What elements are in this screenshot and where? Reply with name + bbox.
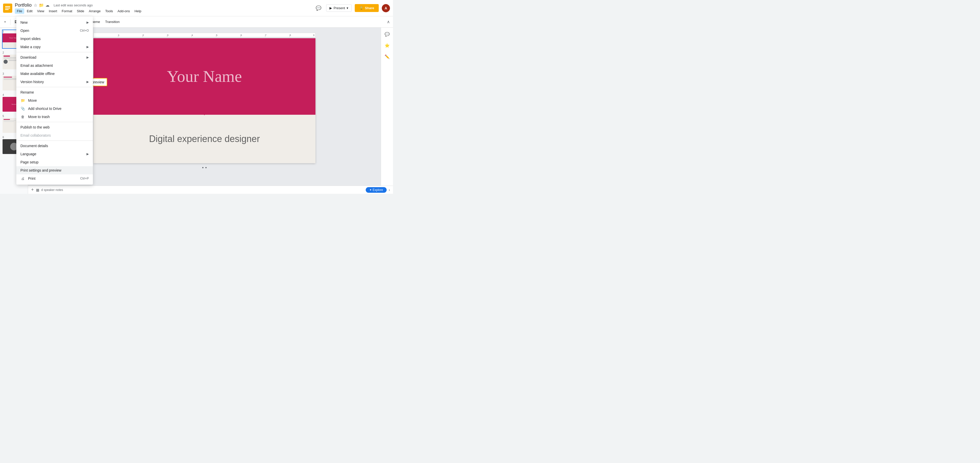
file-menu-download[interactable]: Download ▶ [16, 53, 93, 62]
slide-top-section: Your Name [94, 38, 315, 115]
cloud-icon[interactable]: ☁ [45, 3, 49, 8]
file-menu-email-attachment[interactable]: Email as attachment [16, 62, 93, 70]
file-menu-new-arrow: ▶ [86, 21, 89, 24]
file-menu-move[interactable]: 📁 Move [16, 97, 93, 105]
present-button[interactable]: ▶ Present ▾ [326, 4, 352, 12]
share-button[interactable]: 🔒 Share [355, 4, 379, 12]
folder-icon[interactable]: 📁 [39, 3, 44, 8]
menu-view[interactable]: View [35, 8, 46, 14]
right-panel: 💬 ⭐ ✏️ [381, 27, 393, 194]
svg-text:6: 6 [241, 34, 242, 36]
last-edit-status: Last edit was seconds ago [54, 3, 93, 7]
file-menu-dropdown: New ▶ Open Ctrl+O Import slides Make a c… [16, 16, 93, 185]
doc-title[interactable]: Portfolio [15, 3, 32, 8]
menu-format[interactable]: Format [60, 8, 74, 14]
doc-title-row: Portfolio ☆ 📁 ☁ Last edit was seconds ag… [15, 3, 314, 8]
ruler: 1 2 3 4 5 6 7 8 9 [94, 33, 315, 37]
svg-text:8: 8 [290, 34, 291, 36]
svg-rect-3 [5, 9, 9, 10]
file-menu-trash-label: Move to trash [28, 115, 50, 119]
file-menu-language[interactable]: Language ▶ [16, 150, 93, 158]
star-right-panel-button[interactable]: ⭐ [383, 41, 392, 50]
file-menu-version-history[interactable]: Version history ▶ [16, 78, 93, 86]
file-menu-download-label: Download [21, 55, 36, 59]
file-menu-print-settings[interactable]: Print settings and preview [16, 166, 93, 174]
file-menu-download-arrow: ▶ [86, 55, 89, 59]
file-menu-page-setup[interactable]: Page setup [16, 158, 93, 166]
file-menu-rename-label: Rename [21, 90, 34, 94]
prev-dot-icon[interactable]: • [202, 165, 204, 171]
slide-bottom-section: Digital experience designer [94, 115, 315, 163]
file-menu-import-slides[interactable]: Import slides [16, 35, 93, 43]
transition-label: Transition [105, 20, 120, 24]
toolbar-expand-button[interactable]: ∧ [386, 18, 391, 25]
file-menu-section-2: Download ▶ Email as attachment Make avai… [16, 52, 93, 87]
menu-arrange[interactable]: Arrange [87, 8, 103, 14]
menu-insert[interactable]: Insert [47, 8, 59, 14]
file-menu-doc-details[interactable]: Document details [16, 142, 93, 150]
trash-icon: 🗑 [21, 115, 25, 119]
file-menu-offline[interactable]: Make available offline [16, 70, 93, 78]
file-menu-open-label: Open [21, 29, 29, 33]
menu-file[interactable]: File [15, 8, 24, 14]
file-menu-email-label: Email as attachment [21, 63, 53, 68]
svg-text:1: 1 [118, 34, 119, 36]
menu-help[interactable]: Help [132, 8, 143, 14]
shortcut-icon: 📎 [21, 106, 25, 111]
present-icon: ▶ [329, 6, 332, 10]
file-menu-publish[interactable]: Publish to the web [16, 123, 93, 131]
next-dot-icon[interactable]: • [205, 165, 207, 171]
file-menu-print-shortcut: Ctrl+P [80, 177, 89, 180]
slide-arrow-decoration [197, 108, 212, 115]
file-menu-version-label: Version history [21, 80, 44, 84]
menu-addons[interactable]: Add-ons [116, 8, 132, 14]
app-icon [3, 3, 12, 13]
menu-bar: File Edit View Insert Format Slide Arran… [15, 8, 314, 14]
speaker-notes-text: d speaker notes [41, 188, 63, 192]
file-menu-add-shortcut[interactable]: 📎 Add shortcut to Drive [16, 105, 93, 113]
add-slide-bottom-button[interactable]: + [31, 187, 34, 192]
file-menu-make-copy[interactable]: Make a copy ▶ [16, 43, 93, 51]
file-menu-section-5: Document details Language ▶ Page setup P… [16, 141, 93, 184]
present-arrow-icon: ▾ [347, 6, 348, 10]
star-icon[interactable]: ☆ [34, 3, 37, 8]
file-menu-language-label: Language [21, 152, 36, 156]
file-menu-publish-label: Publish to the web [21, 125, 49, 129]
file-menu-email-collaborators: Email collaborators [16, 131, 93, 140]
file-menu-rename[interactable]: Rename [16, 88, 93, 97]
explore-button[interactable]: ✦ Explore [366, 187, 387, 193]
file-menu-open[interactable]: Open Ctrl+O [16, 27, 93, 35]
svg-text:3: 3 [167, 34, 169, 36]
edit-right-panel-button[interactable]: ✏️ [383, 52, 392, 61]
menu-tools[interactable]: Tools [103, 8, 115, 14]
slide-canvas: Your Name Digital experience designer [94, 38, 315, 163]
menu-slide[interactable]: Slide [75, 8, 86, 14]
svg-text:4: 4 [192, 34, 193, 36]
lock-icon: 🔒 [360, 6, 363, 10]
title-area: Portfolio ☆ 📁 ☁ Last edit was seconds ag… [15, 3, 314, 14]
file-menu-import-label: Import slides [21, 37, 41, 41]
add-button[interactable]: + [2, 18, 8, 26]
menu-edit[interactable]: Edit [25, 8, 35, 14]
svg-rect-1 [5, 6, 10, 7]
file-menu-section-1: New ▶ Open Ctrl+O Import slides Make a c… [16, 17, 93, 52]
file-menu-move-trash[interactable]: 🗑 Move to trash [16, 113, 93, 121]
slide-nav-dots: • • [202, 165, 207, 171]
chat-button[interactable]: 💬 [314, 3, 323, 13]
file-menu-page-setup-label: Page setup [21, 160, 38, 164]
file-menu-open-shortcut: Ctrl+O [80, 29, 89, 32]
file-menu-print[interactable]: 🖨 Print Ctrl+P [16, 174, 93, 182]
file-menu-section-4: Publish to the web Email collaborators [16, 122, 93, 141]
user-avatar[interactable]: A [382, 4, 390, 12]
collapse-panel-button[interactable]: › [389, 188, 390, 192]
file-menu-new-label: New [21, 21, 27, 24]
file-menu-new[interactable]: New ▶ [16, 18, 93, 27]
top-right: 💬 ▶ Present ▾ 🔒 Share A [314, 3, 390, 13]
svg-text:9: 9 [313, 34, 314, 36]
transition-button[interactable]: Transition [103, 18, 122, 26]
svg-text:7: 7 [265, 34, 266, 36]
toolbar-divider-1 [10, 19, 11, 25]
presentation-mode-button[interactable]: ▦ [36, 188, 39, 192]
comments-right-panel-button[interactable]: 💬 [383, 30, 392, 39]
print-icon: 🖨 [21, 176, 25, 181]
